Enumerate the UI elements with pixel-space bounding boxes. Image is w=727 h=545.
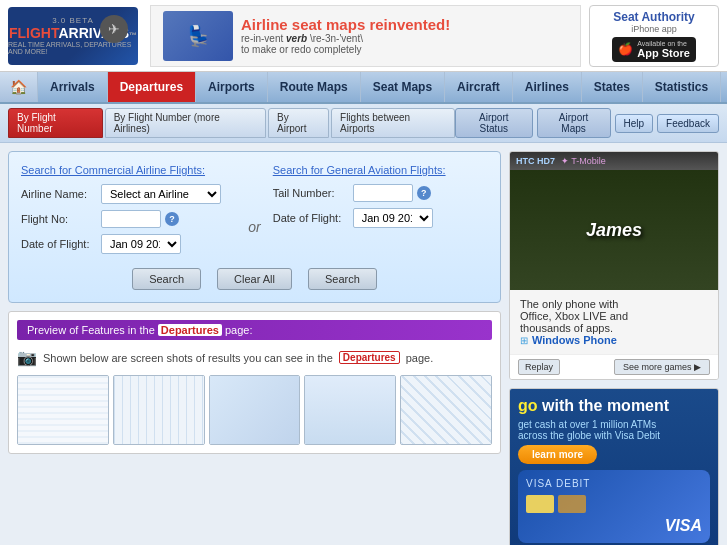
sub-toolbar: By Flight Number By Flight Number (more …	[0, 104, 727, 143]
help-button[interactable]: Help	[615, 114, 654, 133]
airport-status-button[interactable]: Airport Status	[455, 108, 533, 138]
logo-version: 3.0 BETA	[52, 16, 94, 25]
tmobile-badge: ✦ T-Mobile	[561, 156, 606, 166]
search-button-left[interactable]: Search	[132, 268, 201, 290]
preview-section: Preview of Features in the Departures pa…	[8, 311, 501, 454]
tail-number-input[interactable]	[353, 184, 413, 202]
nav-states[interactable]: States	[582, 72, 643, 102]
visa-ad-box[interactable]: go with the moment get cash at over 1 mi…	[509, 388, 719, 545]
search-button-right[interactable]: Search	[308, 268, 377, 290]
banner-title: Airline seat maps reinvented!	[241, 16, 568, 33]
flight-no-row: Flight No: ?	[21, 210, 236, 228]
nav-aircraft[interactable]: Aircraft	[445, 72, 513, 102]
visa-ad-sub2: across the globe with Visa Debit	[518, 430, 710, 441]
screenshot-2	[113, 375, 205, 445]
tail-number-label: Tail Number:	[273, 187, 353, 199]
ga-date-select[interactable]: Jan 09 2011	[353, 208, 433, 228]
app-store-label: Available on the App Store	[637, 40, 690, 59]
win-logo-icon: ⊞	[520, 335, 528, 346]
logo-subtitle: REAL TIME ARRIVALS, DEPARTURES AND MORE!	[8, 41, 138, 55]
ad-box-top: HTC HD7 ✦ T-Mobile	[510, 152, 718, 170]
apple-icon: 🍎	[618, 42, 633, 56]
search-box: Search for Commercial Airline Flights: A…	[8, 151, 501, 303]
screenshot-3	[209, 375, 301, 445]
screenshot-5	[400, 375, 492, 445]
visa-card-area: VISA DEBIT VISA	[518, 470, 710, 543]
airport-maps-button[interactable]: Airport Maps	[537, 108, 611, 138]
date-flight-label: Date of Flight:	[21, 238, 101, 250]
logo-plane-icon: ✈	[100, 15, 128, 43]
ad-game-area: James	[510, 170, 718, 290]
search-buttons: Search Clear All Search	[21, 268, 488, 290]
general-aviation-label[interactable]: Search for General Aviation Flights:	[273, 164, 488, 176]
nav-home-button[interactable]: 🏠	[0, 72, 38, 102]
commercial-search-col: Search for Commercial Airline Flights: A…	[21, 164, 236, 260]
flight-no-input[interactable]	[101, 210, 161, 228]
right-panel: HTC HD7 ✦ T-Mobile James The only phone …	[509, 151, 719, 545]
search-divider: or	[244, 164, 264, 260]
ga-date-label: Date of Flight:	[273, 212, 353, 224]
ga-date-row: Date of Flight: Jan 09 2011	[273, 208, 488, 228]
screenshot-4	[304, 375, 396, 445]
tab-by-flight-number-more[interactable]: By Flight Number (more Airlines)	[105, 108, 266, 138]
banner-subtitle: re-in-vent verb \re-3n-'vent\ to make or…	[241, 33, 568, 55]
see-more-button[interactable]: See more games ▶	[614, 359, 710, 375]
tab-by-flight-number[interactable]: By Flight Number	[8, 108, 103, 138]
banner-ad-text: Airline seat maps reinvented! re-in-vent…	[241, 16, 568, 55]
nav-seat-maps[interactable]: Seat Maps	[361, 72, 445, 102]
visa-logo: VISA	[665, 517, 702, 535]
learn-more-button[interactable]: learn more	[518, 445, 597, 464]
logo: 3.0 BETA ✈ FLIGHTARRIVALS™ REAL TIME ARR…	[8, 7, 138, 65]
app-store-area[interactable]: Seat Authority iPhone app 🍎 Available on…	[589, 5, 719, 67]
clear-all-button[interactable]: Clear All	[217, 268, 292, 290]
visa-card-strips	[526, 495, 702, 513]
left-panel: Search for Commercial Airline Flights: A…	[8, 151, 501, 545]
nav-airports[interactable]: Airports	[196, 72, 268, 102]
tab-bar: By Flight Number By Flight Number (more …	[8, 108, 455, 138]
banner-ad[interactable]: 💺 Airline seat maps reinvented! re-in-ve…	[150, 5, 581, 67]
flight-no-label: Flight No:	[21, 213, 101, 225]
feedback-button[interactable]: Feedback	[657, 114, 719, 133]
htc-badge: HTC HD7	[516, 156, 555, 166]
logo-area: 3.0 BETA ✈ FLIGHTARRIVALS™ REAL TIME ARR…	[8, 7, 138, 65]
nav-departures[interactable]: Departures	[108, 72, 196, 102]
tab-by-airport[interactable]: By Airport	[268, 108, 329, 138]
nav-arrivals[interactable]: Arrivals	[38, 72, 108, 102]
ad-text-area: The only phone with Office, Xbox LIVE an…	[510, 290, 718, 354]
camera-icon: 📷	[17, 348, 37, 367]
preview-header: Preview of Features in the Departures pa…	[17, 320, 492, 340]
main-content: Search for Commercial Airline Flights: A…	[0, 143, 727, 545]
general-aviation-col: Search for General Aviation Flights: Tai…	[273, 164, 488, 260]
departures-link[interactable]: Departures	[339, 351, 400, 364]
app-store-brand: Seat Authority	[613, 10, 695, 24]
nav-route-maps[interactable]: Route Maps	[268, 72, 361, 102]
flight-no-help-icon[interactable]: ?	[165, 212, 179, 226]
app-store-button[interactable]: 🍎 Available on the App Store	[612, 37, 696, 62]
ad-game-title: James	[586, 220, 642, 241]
visa-ad-title: go with the moment	[518, 397, 710, 415]
search-columns: Search for Commercial Airline Flights: A…	[21, 164, 488, 260]
windows-phone-logo: ⊞ Windows Phone	[520, 334, 708, 346]
replay-button[interactable]: Replay	[518, 359, 560, 375]
tab-flights-between-airports[interactable]: Flights between Airports	[331, 108, 455, 138]
nav-gallery[interactable]: Gallery	[721, 72, 727, 102]
ad-text-line3: thousands of apps.	[520, 322, 708, 334]
screenshots	[17, 375, 492, 445]
commercial-search-label[interactable]: Search for Commercial Airline Flights:	[21, 164, 236, 176]
windows-phone-label: Windows Phone	[532, 334, 617, 346]
ad-footer: Replay See more games ▶	[510, 354, 718, 379]
htc-ad-box[interactable]: HTC HD7 ✦ T-Mobile James The only phone …	[509, 151, 719, 380]
airline-name-label: Airline Name:	[21, 188, 101, 200]
app-store-sub: iPhone app	[631, 24, 677, 34]
top-banner: 3.0 BETA ✈ FLIGHTARRIVALS™ REAL TIME ARR…	[0, 0, 727, 72]
nav-statistics[interactable]: Statistics	[643, 72, 721, 102]
toolbar-right: Airport Status Airport Maps Help Feedbac…	[455, 108, 719, 138]
nav-airlines[interactable]: Airlines	[513, 72, 582, 102]
tail-number-help-icon[interactable]: ?	[417, 186, 431, 200]
tail-number-row: Tail Number: ?	[273, 184, 488, 202]
nav-bar: 🏠 Arrivals Departures Airports Route Map…	[0, 72, 727, 104]
date-flight-select[interactable]: Jan 09 2011	[101, 234, 181, 254]
date-flight-row: Date of Flight: Jan 09 2011	[21, 234, 236, 254]
visa-logo-row: VISA	[526, 517, 702, 535]
airline-select[interactable]: Select an Airline	[101, 184, 221, 204]
